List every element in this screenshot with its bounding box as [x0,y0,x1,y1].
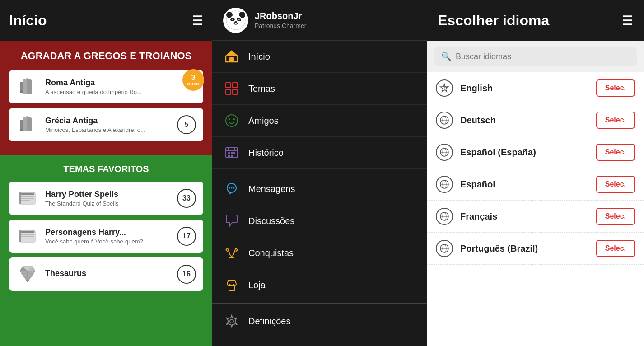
card-thesaurus-text: Thesaurus [45,269,177,279]
card-hp-spells[interactable]: Harry Potter Spells The Standard Quiz of… [9,182,203,215]
messages-icon [223,180,240,197]
svg-point-60 [233,187,235,189]
lang-icon-deutsch [436,112,453,129]
card-thesaurus-title: Thesaurus [45,269,177,278]
middle-panel: Iníci AGR TE [212,0,427,346]
lang-item-portugues[interactable]: Português (Brazil) Selec. [427,233,644,265]
right-panel: Escolher idioma ☰ 🔍 English Selec. [427,0,644,346]
card-roma[interactable]: Roma Antiga A ascensão e queda do Impéri… [9,70,203,103]
conquests-icon [223,244,240,262]
card-hp-chars-icon [16,225,39,248]
lang-icon-english [436,79,453,97]
svg-rect-44 [233,89,238,94]
shop-icon [223,276,240,294]
history-icon [223,144,240,161]
card-roma-subtitle: A ascensão e queda do Império Ro... [45,89,196,95]
card-roma-text: Roma Antiga A ascensão e queda do Impéri… [45,78,196,95]
svg-rect-55 [228,155,230,157]
lang-select-espanol-espana[interactable]: Selec. [596,144,635,161]
nav-item-conquistas[interactable]: Conquistas [212,237,427,269]
red-section-title: AGRADAR A GREGOS E TROIANOS [9,50,203,63]
svg-line-66 [236,250,238,252]
svg-rect-67 [229,285,234,291]
card-roma-icon [16,75,39,98]
lang-item-francais[interactable]: Français Selec. [427,201,644,233]
lang-icon-francais [436,208,453,225]
right-title: Escolher idioma [438,12,549,29]
themes-icon [223,80,240,97]
friends-icon [223,112,240,129]
svg-rect-53 [231,152,233,154]
nav-label-inicio: Início [248,51,270,62]
card-roma-title: Roma Antiga [45,78,196,88]
left-panel: Início ☰ AGRADAR A GREGOS E TROIANOS Rom… [0,0,212,346]
nav-label-mensagens: Mensagens [248,184,295,194]
lang-item-english[interactable]: English Selec. [427,72,644,104]
card-hp-chars-subtitle: Você sabe quem é Você-sabe-quem? [45,238,177,245]
right-menu-icon[interactable]: ☰ [622,13,633,28]
card-thesaurus-icon [16,263,39,285]
svg-rect-11 [21,193,34,195]
svg-marker-7 [23,116,27,131]
svg-point-59 [231,187,233,189]
nav-item-discussoes[interactable]: Discussões [212,205,427,237]
svg-rect-17 [21,231,34,233]
nav-item-historico[interactable]: Histórico [212,137,427,169]
card-thesaurus[interactable]: Thesaurus 16 [9,257,203,291]
svg-rect-39 [229,57,234,62]
card-hp-spells-badge: 33 [177,189,196,208]
search-icon: 🔍 [441,51,451,61]
lang-item-espanol[interactable]: Español Selec. [427,168,644,201]
card-grecia[interactable]: Grécia Antiga Minoicos, Espartanos e Ale… [9,108,203,141]
lang-select-francais[interactable]: Selec. [596,208,635,225]
card-thesaurus-badge: 16 [177,265,196,284]
lang-item-espanol-espana[interactable]: Español (España) Selec. [427,136,644,168]
nav-label-definicoes: Definições [248,316,290,327]
svg-rect-21 [19,230,21,242]
card-hp-chars-title: Personagens Harry... [45,228,177,237]
left-header: Início ☰ [0,0,212,41]
svg-point-36 [239,19,240,20]
svg-marker-2 [23,78,27,94]
section-green: TEMAS FAVORITOS Harry Potter Spells The … [0,155,212,346]
lang-name-english: English [460,83,596,94]
card-grecia-title: Grécia Antiga [45,116,177,126]
lang-icon-portugues [436,240,453,257]
svg-rect-52 [228,152,230,154]
nav-item-inicio[interactable]: Início [212,41,427,73]
lang-item-deutsch[interactable]: Deutsch Selec. [427,104,644,136]
svg-rect-56 [231,155,233,157]
lang-name-espanol: Español [460,179,596,190]
nav-item-temas[interactable]: Temas [212,73,427,105]
nav-item-amigos[interactable]: Amigos [212,105,427,137]
card-hp-chars-text: Personagens Harry... Você sabe quem é Vo… [45,228,177,245]
card-hp-spells-title: Harry Potter Spells [45,190,177,199]
lang-select-espanol[interactable]: Selec. [596,176,635,193]
lang-icon-espanol [436,176,453,193]
svg-rect-14 [21,200,30,201]
card-hp-spells-text: Harry Potter Spells The Standard Quiz of… [45,190,177,207]
lang-select-english[interactable]: Selec. [596,79,635,97]
svg-rect-4 [20,91,23,93]
nav-user-subtitle: Patronus Charmer [255,22,306,29]
svg-rect-12 [21,196,34,197]
nav-item-definicoes[interactable]: Definições [212,305,427,337]
lang-select-deutsch[interactable]: Selec. [596,112,635,129]
nav-item-loja[interactable]: Loja [212,269,427,301]
search-input[interactable] [456,52,630,61]
left-title: Início [9,12,47,29]
left-menu-icon[interactable]: ☰ [192,13,203,28]
svg-line-65 [226,250,228,252]
lang-name-francais: Français [460,211,596,222]
card-hp-chars[interactable]: Personagens Harry... Você sabe quem é Vo… [9,220,203,253]
svg-point-35 [233,19,233,20]
nav-label-temas: Temas [248,84,275,94]
nav-item-mensagens[interactable]: Mensagens [212,173,427,205]
svg-rect-9 [20,129,23,131]
svg-point-47 [233,118,235,120]
lang-select-portugues[interactable]: Selec. [596,240,635,257]
svg-marker-40 [226,51,238,56]
svg-point-45 [226,115,238,126]
nav-label-discussoes: Discussões [248,216,294,226]
svg-point-46 [229,118,230,120]
